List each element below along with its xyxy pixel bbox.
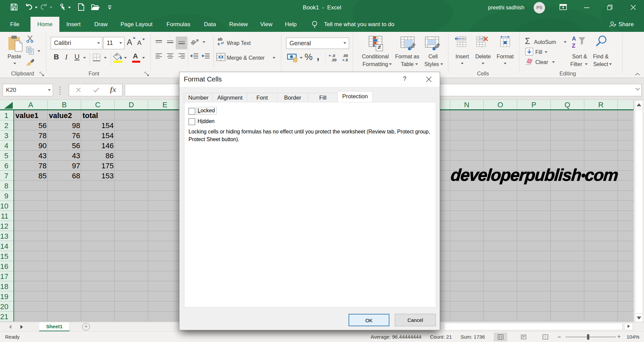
svg-text:c: c: [218, 42, 220, 46]
svg-text:.00: .00: [331, 58, 336, 62]
svg-text:ab: ab: [218, 37, 222, 42]
svg-text:.0: .0: [345, 58, 348, 62]
svg-text:.00: .00: [343, 54, 348, 58]
svg-text:.0: .0: [332, 54, 335, 58]
